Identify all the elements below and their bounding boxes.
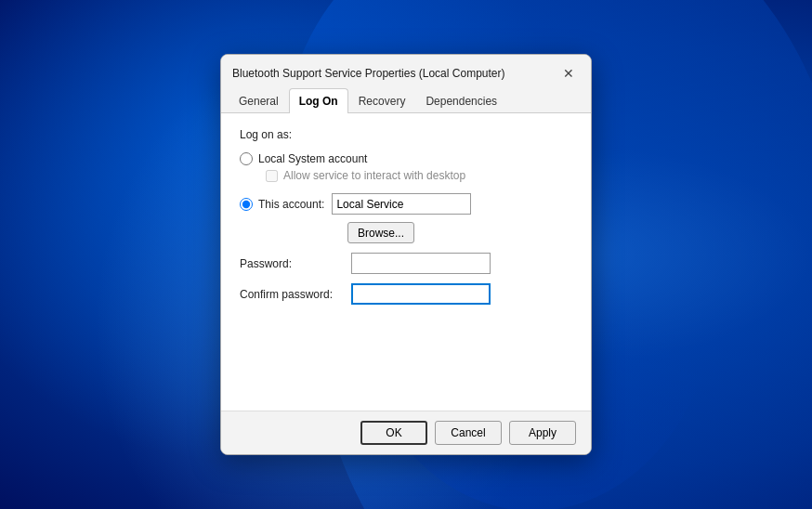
allow-service-label: Allow service to interact with desktop [283,169,465,182]
tab-general[interactable]: General [229,88,289,113]
dialog-footer: OK Cancel Apply [221,411,591,454]
local-system-label: Local System account [258,152,367,165]
password-row: Password: [240,253,572,274]
allow-service-checkbox-item: Allow service to interact with desktop [266,169,572,182]
close-button[interactable]: ✕ [557,62,580,85]
cancel-button[interactable]: Cancel [435,421,502,445]
title-bar: Bluetooth Support Service Properties (Lo… [221,55,591,85]
this-account-radio-label: This account: [258,198,324,211]
local-system-radio[interactable] [240,152,253,165]
this-account-radio-item: This account: OK [240,193,572,215]
ok-button[interactable]: OK [360,421,427,445]
this-account-row: Browse... [240,222,572,243]
dialog-overlay: Bluetooth Support Service Properties (Lo… [0,0,812,509]
apply-button[interactable]: Apply [509,421,576,445]
logon-as-label: Log on as: [240,128,572,141]
dialog-title: Bluetooth Support Service Properties (Lo… [232,67,504,80]
this-account-radio[interactable] [240,198,253,211]
browse-button[interactable]: Browse... [347,222,414,243]
tab-dependencies[interactable]: Dependencies [415,88,507,113]
password-label: Password: [240,257,351,270]
logon-tab-content: Log on as: Local System account Allow se… [221,113,591,411]
tab-bar: General Log On Recovery Dependencies [221,88,591,113]
properties-dialog: Bluetooth Support Service Properties (Lo… [220,54,592,455]
confirm-password-input[interactable] [351,283,491,305]
account-input[interactable] [332,193,471,215]
allow-service-checkbox[interactable] [266,170,278,182]
password-input[interactable] [351,253,491,274]
tab-logon[interactable]: Log On [289,88,348,113]
confirm-password-row: Confirm password: [240,283,572,305]
confirm-password-label: Confirm password: [240,288,351,301]
tab-recovery[interactable]: Recovery [348,88,416,113]
radio-group: Local System account Allow service to in… [240,152,572,215]
local-system-radio-item: Local System account [240,152,572,165]
